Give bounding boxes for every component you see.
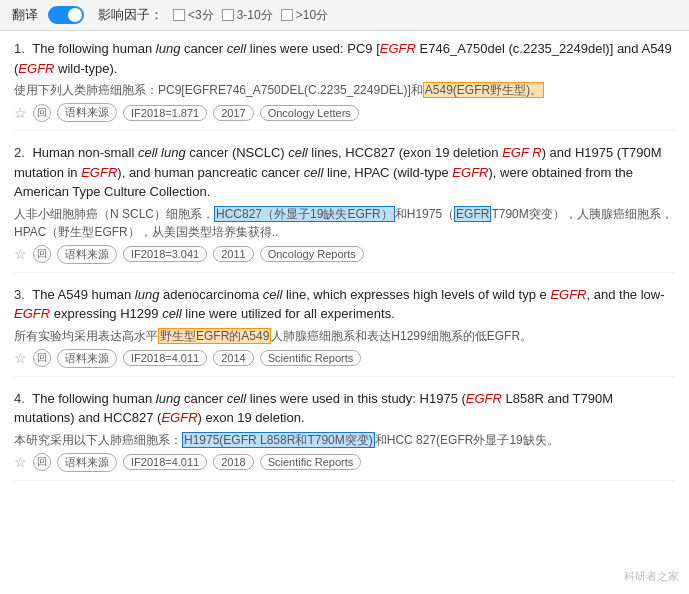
star-icon-1[interactable]: ☆: [14, 105, 27, 121]
star-icon-4[interactable]: ☆: [14, 454, 27, 470]
tag-if-4[interactable]: IF2018=4.011: [123, 454, 207, 470]
filter-3-10[interactable]: 3-10分: [222, 7, 273, 24]
en-text-4: 4. The following human lung cancer cell …: [14, 389, 675, 428]
checkbox-gt10[interactable]: [281, 9, 293, 21]
tag-source-3[interactable]: 语料来源: [57, 349, 117, 368]
filter-gt10-label: >10分: [296, 7, 328, 24]
tag-journal-2[interactable]: Oncology Reports: [260, 246, 364, 262]
result-item: 3. The A549 human lung adenocarcinoma ce…: [14, 285, 675, 377]
tag-if-3[interactable]: IF2018=4.011: [123, 350, 207, 366]
tag-journal-4[interactable]: Scientific Reports: [260, 454, 362, 470]
influence-label: 影响因子：: [98, 6, 163, 24]
tag-source-4[interactable]: 语料来源: [57, 453, 117, 472]
circle-icon-3[interactable]: 回: [33, 349, 51, 367]
filter-gt10[interactable]: >10分: [281, 7, 328, 24]
watermark: 科研者之家: [624, 569, 679, 584]
filter-3-10-label: 3-10分: [237, 7, 273, 24]
top-bar: 翻译 影响因子： <3分 3-10分 >10分: [0, 0, 689, 31]
actions-row-1: ☆ 回 语料来源 IF2018=1.871 2017 Oncology Lett…: [14, 103, 675, 122]
checkbox-3-10[interactable]: [222, 9, 234, 21]
translate-toggle[interactable]: [48, 6, 84, 24]
cn-text-2: 人非小细胞肺癌（N SCLC）细胞系，HCC827（外显子19缺失EGFR）和H…: [14, 205, 675, 241]
circle-icon-1[interactable]: 回: [33, 104, 51, 122]
tag-year-2[interactable]: 2011: [213, 246, 253, 262]
filter-lt3[interactable]: <3分: [173, 7, 214, 24]
tag-year-1[interactable]: 2017: [213, 105, 253, 121]
en-text-2: 2. Human non-small cell lung cancer (NSC…: [14, 143, 675, 202]
toggle-knob: [68, 8, 82, 22]
actions-row-3: ☆ 回 语料来源 IF2018=4.011 2014 Scientific Re…: [14, 349, 675, 368]
en-text-1: 1. The following human lung cancer cell …: [14, 39, 675, 78]
star-icon-2[interactable]: ☆: [14, 246, 27, 262]
cn-text-1: 使用下列人类肺癌细胞系：PC9[EGFRE746_A750DEL(C.2235_…: [14, 81, 675, 99]
results-container: 1. The following human lung cancer cell …: [0, 31, 689, 501]
cn-text-3: 所有实验均采用表达高水平野生型EGFR的A549人肺腺癌细胞系和表达H1299细…: [14, 327, 675, 345]
tag-year-3[interactable]: 2014: [213, 350, 253, 366]
tag-year-4[interactable]: 2018: [213, 454, 253, 470]
actions-row-4: ☆ 回 语料来源 IF2018=4.011 2018 Scientific Re…: [14, 453, 675, 472]
filter-lt3-label: <3分: [188, 7, 214, 24]
result-item: 1. The following human lung cancer cell …: [14, 39, 675, 131]
result-item: 4. The following human lung cancer cell …: [14, 389, 675, 481]
tag-journal-1[interactable]: Oncology Letters: [260, 105, 359, 121]
filter-group: <3分 3-10分 >10分: [173, 7, 328, 24]
star-icon-3[interactable]: ☆: [14, 350, 27, 366]
tag-if-2[interactable]: IF2018=3.041: [123, 246, 207, 262]
tag-source-1[interactable]: 语料来源: [57, 103, 117, 122]
tag-if-1[interactable]: IF2018=1.871: [123, 105, 207, 121]
translate-label: 翻译: [12, 6, 38, 24]
result-item: 2. Human non-small cell lung cancer (NSC…: [14, 143, 675, 273]
cn-text-4: 本研究采用以下人肺癌细胞系：H1975(EGFR L858R和T790M突变)和…: [14, 431, 675, 449]
tag-source-2[interactable]: 语料来源: [57, 245, 117, 264]
circle-icon-2[interactable]: 回: [33, 245, 51, 263]
checkbox-lt3[interactable]: [173, 9, 185, 21]
circle-icon-4[interactable]: 回: [33, 453, 51, 471]
tag-journal-3[interactable]: Scientific Reports: [260, 350, 362, 366]
en-text-3: 3. The A549 human lung adenocarcinoma ce…: [14, 285, 675, 324]
actions-row-2: ☆ 回 语料来源 IF2018=3.041 2011 Oncology Repo…: [14, 245, 675, 264]
